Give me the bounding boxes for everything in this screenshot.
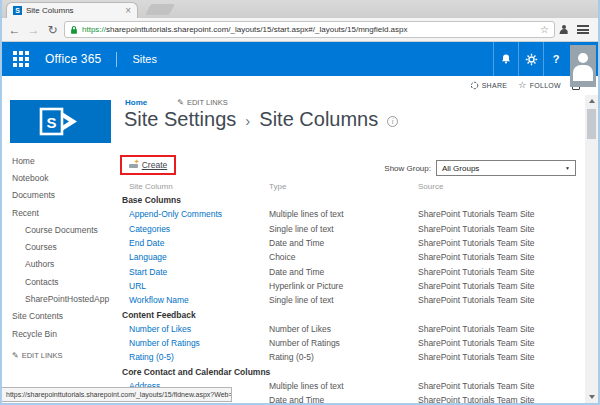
new-tab-button[interactable] [145, 4, 175, 15]
column-type: Choice [269, 252, 418, 262]
edit-links-sidebar[interactable]: ✎ EDIT LINKS [12, 351, 118, 360]
sidebar-item-courses[interactable]: Courses [12, 238, 118, 255]
site-column-link[interactable]: Append-Only Comments [129, 209, 222, 219]
office-365-brand[interactable]: Office 365 [45, 52, 101, 66]
site-column-link[interactable]: URL [129, 281, 146, 291]
site-column-link[interactable]: End Date [129, 238, 164, 248]
sidebar-item-contacts[interactable]: Contacts [12, 273, 118, 290]
info-icon[interactable]: i [387, 116, 398, 127]
breadcrumb: Home ✎ EDIT LINKS [125, 98, 228, 107]
chevron-down-icon: ▼ [565, 165, 570, 171]
column-source: SharePoint Tutorials Team Site [418, 395, 582, 405]
header-source: Source [418, 182, 582, 191]
column-source: SharePoint Tutorials Team Site [418, 338, 582, 348]
address-bar[interactable]: https://sharepointtutorials.sharepoint.c… [64, 21, 555, 38]
tab-strip: S Site Columns × [2, 0, 598, 18]
table-row: Start DateDate and TimeSharePoint Tutori… [120, 264, 582, 278]
create-link[interactable]: Create [142, 160, 168, 170]
column-type: Date and Time [269, 267, 418, 277]
header-site-column: Site Column [120, 182, 269, 191]
column-source: SharePoint Tutorials Team Site [418, 281, 582, 291]
sidebar-item-sharepointhostedapp[interactable]: SharePointHostedApp [12, 290, 118, 307]
table-header-row: Site Column Type Source [120, 179, 582, 193]
sidebar-item-notebook[interactable]: Notebook [12, 169, 118, 186]
table-row: URLHyperlink or PictureSharePoint Tutori… [120, 279, 582, 293]
column-group-header: Content Feedback [120, 307, 582, 321]
column-type: Date and Time [269, 395, 418, 405]
group-select[interactable]: All Groups ▼ [436, 160, 576, 176]
edit-links-top[interactable]: ✎ EDIT LINKS [177, 98, 227, 107]
column-source: SharePoint Tutorials Team Site [418, 252, 582, 262]
sidebar-item-course-documents[interactable]: Course Documents [12, 221, 118, 238]
help-icon[interactable]: ? [543, 42, 568, 76]
settings-gear-icon[interactable] [518, 42, 543, 76]
column-group-header: Base Columns [120, 193, 582, 207]
show-group-filter: Show Group: All Groups ▼ [384, 160, 576, 176]
back-icon[interactable]: ← [7, 24, 22, 36]
url-scheme: https:// [82, 25, 106, 34]
follow-button[interactable]: ☆ FOLLOW [518, 81, 561, 90]
browser-tab[interactable]: S Site Columns × [6, 2, 138, 18]
browser-profile-icon[interactable] [559, 25, 569, 35]
table-row: CategoriesSingle line of textSharePoint … [120, 222, 582, 236]
scroll-down-icon[interactable] [585, 391, 598, 403]
sidebar-item-recycle-bin[interactable]: Recycle Bin [12, 325, 118, 342]
title-site-columns: Site Columns [259, 108, 378, 131]
column-type: Hyperlink or Picture [269, 281, 418, 291]
sidebar-item-home[interactable]: Home [12, 152, 118, 169]
site-column-link[interactable]: Start Date [129, 267, 167, 277]
table-row: Rating (0-5)Rating (0-5)SharePoint Tutor… [120, 350, 582, 364]
edit-links-label: EDIT LINKS [187, 98, 228, 107]
column-type: Single line of text [269, 295, 418, 305]
sidebar-item-documents[interactable]: Documents [12, 187, 118, 204]
site-column-link[interactable]: Language [129, 252, 167, 262]
bookmark-star-icon[interactable]: ☆ [540, 25, 549, 35]
page-title: Site Settings › Site Columns i [124, 108, 398, 131]
sidebar-item-authors[interactable]: Authors [12, 256, 118, 273]
suite-icon-group: ? [493, 42, 568, 76]
breadcrumb-home-link[interactable]: Home [125, 98, 147, 107]
tab-close-icon[interactable]: × [125, 6, 131, 16]
notifications-bell-icon[interactable] [493, 42, 518, 76]
column-group-header: Core Contact and Calendar Columns [120, 365, 582, 379]
forward-icon[interactable]: → [26, 24, 41, 36]
sidebar-item-recent[interactable]: Recent [12, 204, 118, 221]
create-new-icon: ✦ [129, 161, 139, 169]
share-icon [470, 81, 479, 90]
column-source: SharePoint Tutorials Team Site [418, 238, 582, 248]
url-text: https://sharepointtutorials.sharepoint.c… [82, 25, 536, 34]
column-source: SharePoint Tutorials Team Site [418, 209, 582, 219]
share-button[interactable]: SHARE [470, 81, 508, 90]
column-type: Number of Likes [269, 324, 418, 334]
reload-icon[interactable]: ↻ [45, 24, 60, 36]
scrollbar-thumb[interactable] [587, 109, 596, 139]
header-type: Type [269, 182, 418, 191]
app-launcher-icon[interactable] [13, 51, 29, 67]
create-annotation-box: ✦ Create [120, 155, 176, 175]
url-rest: sharepointtutorials.sharepoint.com/_layo… [106, 25, 408, 34]
sidebar-item-site-contents[interactable]: Site Contents [12, 308, 118, 325]
table-row: Append-Only CommentsMultiple lines of te… [120, 207, 582, 221]
pencil-icon: ✎ [177, 98, 184, 107]
sharepoint-logo: S [10, 100, 111, 143]
pencil-icon: ✎ [12, 351, 19, 360]
browser-menu-icon[interactable] [577, 25, 589, 34]
site-column-link[interactable]: Categories [129, 224, 170, 234]
column-source: SharePoint Tutorials Team Site [418, 295, 582, 305]
table-row: End DateDate and TimeSharePoint Tutorial… [120, 236, 582, 250]
sites-link[interactable]: Sites [132, 53, 156, 65]
site-column-link[interactable]: Workflow Name [129, 295, 189, 305]
site-column-link[interactable]: Rating (0-5) [129, 352, 174, 362]
group-select-value: All Groups [442, 164, 479, 173]
user-avatar[interactable] [570, 45, 596, 87]
site-column-link[interactable]: Number of Likes [129, 324, 191, 334]
suite-bar: Office 365 Sites ? [2, 42, 598, 76]
page-scrollbar[interactable] [585, 95, 598, 403]
status-url: https://sharepointtutorials.sharepoint.c… [6, 391, 232, 398]
title-site-settings[interactable]: Site Settings [124, 108, 236, 131]
scroll-up-icon[interactable] [585, 95, 598, 107]
site-column-link[interactable]: Number of Ratings [129, 338, 200, 348]
sharepoint-favicon-icon: S [13, 6, 22, 15]
column-type: Single line of text [269, 224, 418, 234]
column-type: Date and Time [269, 238, 418, 248]
